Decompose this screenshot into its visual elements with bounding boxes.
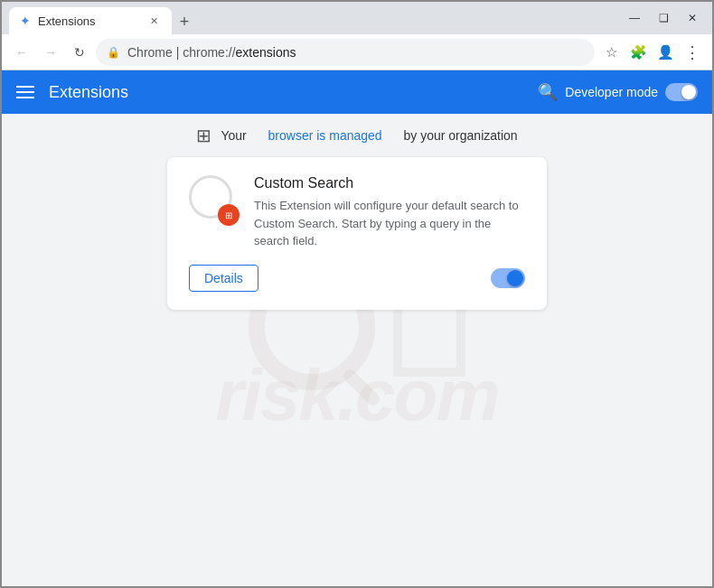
hamburger-line-2 <box>16 91 34 93</box>
managed-text-before: Your <box>221 128 246 143</box>
maximize-button[interactable]: ❑ <box>651 9 676 27</box>
close-button[interactable]: ✕ <box>680 9 705 27</box>
hamburger-menu-button[interactable] <box>16 86 34 98</box>
extension-name: Custom Search <box>254 175 525 191</box>
extensions-header: Extensions 🔍 Developer mode <box>2 70 712 114</box>
managed-text-after: by your organization <box>404 128 518 143</box>
url-protocol: chrome:// <box>183 45 235 60</box>
developer-mode-label: Developer mode <box>565 85 658 99</box>
extension-logo: ⊞ <box>189 175 240 226</box>
tab-area: ✦ Extensions ✕ + <box>9 2 615 34</box>
address-bar: ← → ↻ 🔒 Chrome | chrome://extensions ☆ 🧩… <box>2 34 712 70</box>
managed-banner: ⊞ Your browser is managed by your organi… <box>2 114 712 157</box>
extension-description: This Extension will configure your defau… <box>254 197 525 250</box>
address-actions: ☆ 🧩 👤 ⋮ <box>598 40 705 65</box>
search-icon[interactable]: 🔍 <box>538 82 558 102</box>
profile-button[interactable]: 👤 <box>653 40 678 65</box>
badge-icon: ⊞ <box>225 210 232 220</box>
url-box[interactable]: 🔒 Chrome | chrome://extensions <box>96 39 595 66</box>
hamburger-line-3 <box>16 97 34 98</box>
window-controls: — ❑ ✕ <box>622 9 705 27</box>
developer-mode-area: 🔍 Developer mode <box>538 82 698 102</box>
extension-card-footer: Details <box>189 265 525 292</box>
url-text: Chrome | chrome://extensions <box>127 45 296 60</box>
main-content: risk.com ⊞ Your browser is managed by yo… <box>2 114 712 586</box>
developer-mode-toggle[interactable] <box>665 83 698 101</box>
tab-close-button[interactable]: ✕ <box>146 14 161 28</box>
tab-label: Extensions <box>38 14 96 28</box>
lock-icon: 🔒 <box>107 46 120 59</box>
active-tab[interactable]: ✦ Extensions ✕ <box>9 7 172 34</box>
extensions-puzzle-button[interactable]: 🧩 <box>625 40 651 65</box>
url-separator: | <box>173 45 183 60</box>
details-button[interactable]: Details <box>189 265 258 292</box>
chrome-label: Chrome <box>127 45 173 60</box>
extension-info: Custom Search This Extension will config… <box>254 175 525 250</box>
bookmark-button[interactable]: ☆ <box>598 40 624 65</box>
new-tab-button[interactable]: + <box>172 9 197 34</box>
minimize-button[interactable]: — <box>622 9 647 27</box>
title-bar: ✦ Extensions ✕ + — ❑ ✕ <box>2 2 712 34</box>
extension-card-header: ⊞ Custom Search This Extension will conf… <box>189 175 525 250</box>
extension-toggle[interactable] <box>491 268 525 288</box>
extension-logo-badge: ⊞ <box>218 204 240 226</box>
refresh-button[interactable]: ↻ <box>67 40 92 65</box>
managed-link[interactable]: browser is managed <box>268 128 382 143</box>
back-button[interactable]: ← <box>9 40 34 65</box>
tab-icon: ✦ <box>20 14 31 28</box>
hamburger-line-1 <box>16 86 34 88</box>
url-path: extensions <box>236 45 296 60</box>
extension-card: ⊞ Custom Search This Extension will conf… <box>167 157 547 310</box>
forward-button[interactable]: → <box>38 40 63 65</box>
managed-icon: ⊞ <box>196 125 211 146</box>
menu-button[interactable]: ⋮ <box>680 40 705 65</box>
watermark-text: risk.com <box>215 354 498 437</box>
extensions-title: Extensions <box>49 83 523 102</box>
